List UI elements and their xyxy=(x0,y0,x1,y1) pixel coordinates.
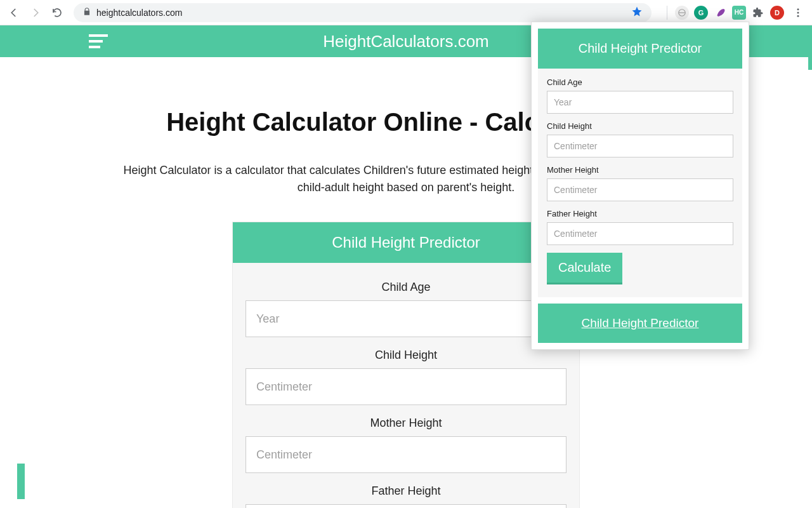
child-age-label: Child Age xyxy=(246,269,566,300)
extension-icon-grammarly[interactable]: G xyxy=(694,6,708,20)
url-text: heightcalculators.com xyxy=(96,8,182,18)
extension-icon-hc[interactable]: HC xyxy=(732,6,746,20)
back-button[interactable] xyxy=(5,4,23,22)
calculate-button[interactable]: Calculate xyxy=(547,253,622,284)
extension-popup: Child Height Predictor Child Age Child H… xyxy=(531,22,749,350)
popup-title: Child Height Predictor xyxy=(538,29,742,69)
forward-button[interactable] xyxy=(27,4,44,22)
extension-icon-feather[interactable] xyxy=(713,6,727,20)
side-tab[interactable] xyxy=(17,464,25,499)
father-height-label: Father Height xyxy=(246,473,566,504)
extensions-puzzle-icon[interactable] xyxy=(751,6,765,20)
profile-avatar[interactable]: D xyxy=(770,6,784,20)
lock-icon xyxy=(82,7,91,18)
popup-mother-height-input[interactable] xyxy=(547,178,733,201)
popup-child-age-label: Child Age xyxy=(547,77,733,87)
reload-button[interactable] xyxy=(48,4,66,22)
scrollbar[interactable] xyxy=(808,25,812,70)
svg-point-1 xyxy=(797,8,799,10)
hamburger-menu-icon[interactable] xyxy=(89,34,108,48)
svg-point-2 xyxy=(797,11,799,13)
separator xyxy=(667,6,667,20)
bookmark-star-icon[interactable] xyxy=(631,6,643,20)
popup-child-age-input[interactable] xyxy=(547,91,733,114)
child-height-input[interactable] xyxy=(246,368,566,405)
popup-father-height-input[interactable] xyxy=(547,222,733,245)
site-title: HeightCalculators.com xyxy=(323,32,489,51)
svg-point-3 xyxy=(797,15,799,17)
child-age-input[interactable] xyxy=(246,300,566,337)
main-predictor-title: Child Height Predictor xyxy=(233,222,579,263)
popup-footer-link[interactable]: Child Height Predictor xyxy=(582,316,699,330)
popup-child-height-label: Child Height xyxy=(547,121,733,131)
popup-footer: Child Height Predictor xyxy=(538,304,742,343)
mother-height-label: Mother Height xyxy=(246,405,566,436)
extension-icon-generic[interactable] xyxy=(675,6,689,20)
popup-child-height-input[interactable] xyxy=(547,135,733,157)
father-height-input[interactable] xyxy=(246,504,566,508)
address-bar[interactable]: heightcalculators.com xyxy=(74,3,652,22)
child-height-label: Child Height xyxy=(246,337,566,368)
popup-mother-height-label: Mother Height xyxy=(547,165,733,175)
popup-father-height-label: Father Height xyxy=(547,209,733,218)
chrome-menu-button[interactable] xyxy=(789,4,807,22)
main-predictor-panel: Child Height Predictor Child Age Child H… xyxy=(232,222,580,508)
mother-height-input[interactable] xyxy=(246,436,566,473)
extensions-zone: G HC D xyxy=(659,4,807,22)
